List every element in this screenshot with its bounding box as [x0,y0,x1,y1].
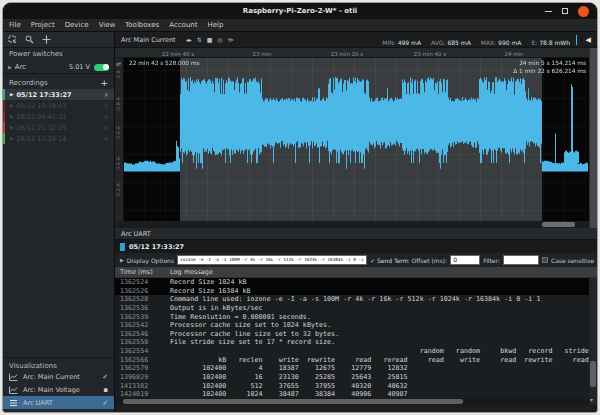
menu-help[interactable]: Help [208,21,224,29]
recordings-label: Recordings [9,79,100,87]
visualization-item[interactable]: Arc: Main Current✓ [3,370,114,383]
square-icon[interactable]: ▪ [103,386,108,394]
checked-icon[interactable]: ✓ [102,373,108,381]
expand-arrow-icon[interactable]: ▶ [10,92,13,97]
log-row[interactable]: 1362554 random random bkwd record stride [115,347,589,356]
recording-item[interactable]: ▶26/11 21:32:15× [3,122,114,133]
expand-arrow-icon[interactable]: ▶ [10,114,13,119]
table-scrollbar-v[interactable]: ▾ [589,278,597,405]
recording-item[interactable]: ▶05/12 17:33:27× [3,89,114,100]
window-title: Raspberry-Pi-Zero-2-W* - otii [243,7,357,15]
minimize-button[interactable] [545,11,552,12]
display-options-label[interactable]: Display Options [127,257,174,264]
scroll-down-icon[interactable]: ▾ [590,396,593,403]
waveform-canvas[interactable] [123,58,589,221]
forward-icon[interactable]: ≫ [228,36,234,43]
case-sensitive-checkbox[interactable] [542,257,548,263]
visualization-item[interactable]: Arc: Main Voltage▪ [3,383,114,396]
log-message: Command line used: iozone -e -I -a -s 10… [170,295,540,304]
log-table[interactable]: 1362524Record Size 1024 kB1362526Record … [115,278,589,398]
checked-icon[interactable]: ✓ [102,399,108,407]
record-icon[interactable]: ◎ [217,36,222,43]
table-scrollbar-h-handle[interactable] [123,399,463,404]
log-row[interactable]: 1396829 102400 16 23130 25285 25643 2581… [115,373,589,382]
annotation-icon[interactable]: ⇄ [116,60,121,67]
visualization-item[interactable]: Arc UART✓ [3,396,114,409]
log-row[interactable]: 1362542Processor cache size set to 1024 … [115,321,589,330]
expand-arrow-icon[interactable]: ▶ [8,64,12,70]
remove-recording-icon[interactable]: × [104,91,109,99]
close-button[interactable] [578,6,589,17]
recording-item[interactable]: ▶26/11 11:29:14× [3,133,114,144]
recording-label: 26/11 11:29:14 [16,135,103,143]
menu-device[interactable]: Device [65,21,89,29]
send-term-checkbox[interactable]: ✓ Send Term [370,257,409,264]
timeline-tick: 24 min [504,51,523,57]
menu-account[interactable]: Account [169,21,197,29]
chart-scrollbar[interactable] [115,221,589,228]
pan-tool-icon[interactable] [42,35,51,44]
stats-separator [576,35,577,45]
remove-recording-icon[interactable]: × [104,135,109,143]
v-zoom-icon[interactable]: ⇅ [197,36,202,43]
log-time: 1362550 [115,338,170,347]
log-row[interactable]: 1362524Record Size 1024 kB [115,278,589,287]
log-row[interactable]: 1362566 kB reclen write rewrite read rer… [115,356,589,365]
power-switch-arc[interactable]: ▶ Arc 5.01 V [3,61,114,74]
table-scrollbar-v-handle[interactable] [590,361,596,387]
maximize-button[interactable] [562,8,568,14]
log-row[interactable]: 1362536Output is in kBytes/sec [115,304,589,313]
arc-label: Arc [15,63,69,71]
uart-command-input[interactable]: iozone -e -I -a -s 100M -r 4k -r 16k -r … [177,255,367,265]
menu-project[interactable]: Project [31,21,55,29]
offset-input[interactable]: 0 [450,255,480,265]
arc-power-toggle[interactable] [94,64,109,71]
current-chart[interactable]: 1 A0.8 A0.6 A0.4 A0.2 A ⇄ 22 min 42 s 52… [115,58,589,221]
expand-arrow-icon[interactable]: ▶ [10,125,13,130]
visualization-label: Arc UART [23,399,97,407]
filter-input[interactable] [503,255,539,265]
selection-delta-label: Δ 1 min 22 s 626.214 ms [513,68,586,74]
log-row[interactable]: 1362579 102400 4 18387 12675 12779 12832 [115,364,589,373]
log-time: 1362546 [115,330,170,339]
log-row[interactable]: 1413382 102400 512 37655 37955 40320 406… [115,382,589,391]
log-row[interactable]: 1362539Time Resolution = 0.000001 second… [115,313,589,322]
timeline-ruler[interactable]: 22 min 40 s23 min23 min 20 s23 min 40 s2… [115,48,589,58]
menu-toolboxes[interactable]: Toolboxes [125,21,159,29]
display-options-arrow-icon[interactable]: ▶ [120,257,124,263]
log-row[interactable]: 1362546Processor cache line size set to … [115,330,589,339]
log-time: 1362566 [115,356,170,365]
pause-icon[interactable]: ■ [207,36,213,43]
stat-max: MAX: 990 mA [481,30,522,49]
chart-icon [9,373,18,381]
uart-title: Arc UART [115,228,597,240]
menu-file[interactable]: File [9,21,21,29]
h-zoom-icon[interactable]: ◂▸ [186,36,192,43]
table-scrollbar-h[interactable] [115,398,589,405]
expand-arrow-icon[interactable]: ▶ [10,103,13,108]
chart-scrollbar-handle[interactable] [542,222,575,227]
log-message: Processor cache line size set to 32 byte… [170,330,339,339]
add-recording-button[interactable]: + [100,78,108,88]
remove-recording-icon[interactable]: × [104,124,109,132]
log-time: 1413382 [115,382,170,391]
collapse-panel-icon[interactable]: ◀ [586,36,591,44]
zoom-tool-icon[interactable] [25,35,34,44]
remove-recording-icon[interactable]: × [104,113,109,121]
log-row[interactable]: 1362526Record Size 16384 kB [115,287,589,296]
log-message: 102400 1024 38487 38384 40906 40987 [170,390,408,398]
menu-view[interactable]: View [99,21,116,29]
recording-item[interactable]: ▶26/11 09:41:31× [3,111,114,122]
col-time[interactable]: Time (ms) [115,268,170,276]
log-row[interactable]: 1362550File stride size set to 17 * reco… [115,338,589,347]
log-message: random random bkwd record stride [170,347,589,356]
col-message[interactable]: Log message [170,268,213,276]
log-row[interactable]: 1424019 102400 1024 38487 38384 40906 40… [115,390,589,398]
case-sensitive-label: Case sensitive [551,257,594,264]
titlebar[interactable]: Raspberry-Pi-Zero-2-W* - otii [3,3,597,19]
select-tool-icon[interactable] [8,35,17,44]
remove-recording-icon[interactable]: × [104,102,109,110]
log-row[interactable]: 1362528Command line used: iozone -e -I -… [115,295,589,304]
expand-arrow-icon[interactable]: ▶ [10,136,13,141]
recording-item[interactable]: ▶05/12 16:19:03× [3,100,114,111]
